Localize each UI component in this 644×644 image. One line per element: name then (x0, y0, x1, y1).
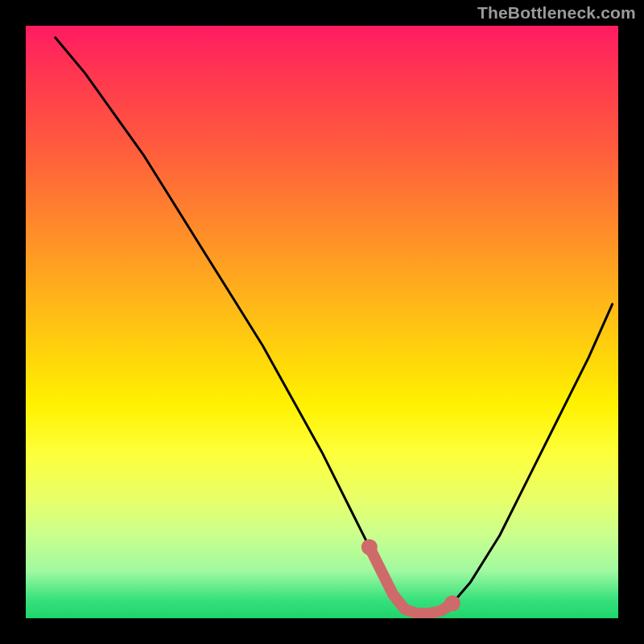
highlight-segment (369, 547, 452, 613)
outer-frame: TheBottleneck.com (0, 0, 644, 644)
highlight-endpoint-1 (444, 596, 460, 612)
highlight-endpoint-0 (361, 539, 378, 555)
watermark-text: TheBottleneck.com (477, 3, 636, 23)
plot-area (26, 26, 618, 618)
curve-line (56, 38, 613, 613)
chart-svg (26, 26, 618, 618)
